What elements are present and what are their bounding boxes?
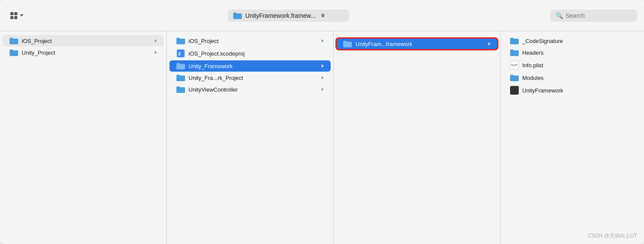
- path-arrow-up-icon: [321, 13, 325, 15]
- svg-rect-23: [510, 75, 514, 76]
- item-label: Unity_Project: [22, 49, 151, 56]
- item-label: iOS_Project.xcodeproj: [189, 50, 324, 57]
- toolbar: UnityFramework.framew... 🔍: [0, 0, 644, 31]
- item-label: UnityViewController: [189, 86, 318, 93]
- search-box[interactable]: 🔍: [550, 10, 637, 22]
- svg-rect-19: [510, 38, 514, 40]
- chevron-right-icon: [322, 64, 324, 68]
- path-control: UnityFramework.framew...: [32, 10, 545, 22]
- svg-rect-1: [233, 13, 237, 14]
- column-4: _CodeSignature Headers PLIST Info.plist: [501, 31, 644, 244]
- svg-rect-21: [510, 49, 514, 51]
- folder-icon: [176, 74, 185, 81]
- folder-icon: [510, 37, 519, 44]
- chevron-right-icon: [322, 39, 324, 43]
- column-2: iOS_Project X iOS_Project.xcodeproj: [167, 31, 334, 244]
- item-label: UnityFram...framework: [355, 41, 485, 47]
- chevron-right-icon: [322, 76, 324, 79]
- item-label: Info.plist: [522, 62, 634, 69]
- path-bar[interactable]: UnityFramework.framew...: [228, 10, 349, 22]
- svg-text:X: X: [178, 52, 181, 56]
- svg-rect-5: [10, 49, 13, 51]
- list-item[interactable]: UnityViewController: [169, 84, 331, 95]
- path-stepper-icon[interactable]: [321, 13, 325, 17]
- path-arrow-down-icon: [321, 16, 325, 17]
- list-item[interactable]: iOS_Project: [3, 35, 164, 46]
- plist-icon: PLIST: [510, 61, 519, 69]
- list-item[interactable]: Headers: [503, 47, 641, 58]
- list-item[interactable]: UnityFramework: [503, 84, 641, 97]
- folder-icon: [510, 49, 519, 56]
- path-folder-icon: [233, 12, 242, 19]
- folder-icon: [10, 49, 18, 56]
- view-toggle-button[interactable]: [7, 10, 27, 22]
- folder-icon: [510, 74, 519, 81]
- item-label: iOS_Project: [22, 38, 151, 44]
- grid-view-icon: [10, 12, 17, 19]
- item-label: _CodeSignature: [522, 38, 634, 44]
- finder-window: UnityFramework.framew... 🔍: [0, 0, 644, 244]
- list-item[interactable]: iOS_Project: [169, 35, 331, 46]
- item-label: Unity_Fra...rk_Project: [189, 75, 318, 81]
- folder-icon: [343, 40, 352, 47]
- list-item[interactable]: Modules: [503, 72, 641, 83]
- list-item[interactable]: Unity_Framework: [169, 60, 331, 72]
- folder-icon: [10, 37, 18, 44]
- list-item[interactable]: UnityFram...framework: [336, 38, 498, 49]
- item-label: UnityFramework: [522, 87, 634, 94]
- item-label: Unity_Framework: [189, 63, 318, 69]
- list-item[interactable]: Unity_Fra...rk_Project: [169, 72, 331, 83]
- binary-icon: [510, 86, 519, 95]
- svg-rect-7: [176, 38, 180, 40]
- search-icon: 🔍: [556, 12, 563, 19]
- folder-icon: [176, 37, 185, 44]
- content-area: iOS_Project Unity_Project: [0, 31, 644, 244]
- list-item[interactable]: X iOS_Project.xcodeproj: [169, 47, 331, 60]
- item-label: Modules: [522, 75, 634, 81]
- chevron-right-icon: [155, 51, 157, 54]
- search-input[interactable]: [566, 12, 622, 19]
- list-item[interactable]: _CodeSignature: [503, 35, 641, 46]
- chevron-right-icon: [322, 88, 324, 91]
- path-text: UnityFramework.framew...: [245, 12, 316, 19]
- item-label: iOS_Project: [189, 38, 318, 44]
- folder-icon: [176, 63, 185, 69]
- column-3: UnityFram...framework: [334, 31, 501, 244]
- svg-rect-13: [176, 75, 180, 76]
- svg-rect-15: [176, 86, 180, 88]
- chevron-right-icon: [488, 42, 491, 46]
- svg-rect-11: [176, 63, 180, 65]
- list-item[interactable]: Unity_Project: [3, 47, 164, 58]
- chevron-right-icon: [155, 39, 157, 43]
- svg-rect-17: [343, 41, 347, 43]
- item-label: Headers: [522, 49, 634, 56]
- highlighted-item-container: UnityFram...framework: [336, 38, 498, 49]
- list-item[interactable]: PLIST Info.plist: [503, 59, 641, 72]
- folder-icon: [176, 86, 185, 93]
- chevron-down-icon: [20, 14, 23, 16]
- column-1: iOS_Project Unity_Project: [0, 31, 167, 244]
- watermark: CSDN @天添向上UT: [588, 232, 637, 240]
- xcodeproj-icon: X: [176, 49, 185, 58]
- svg-rect-3: [10, 38, 13, 40]
